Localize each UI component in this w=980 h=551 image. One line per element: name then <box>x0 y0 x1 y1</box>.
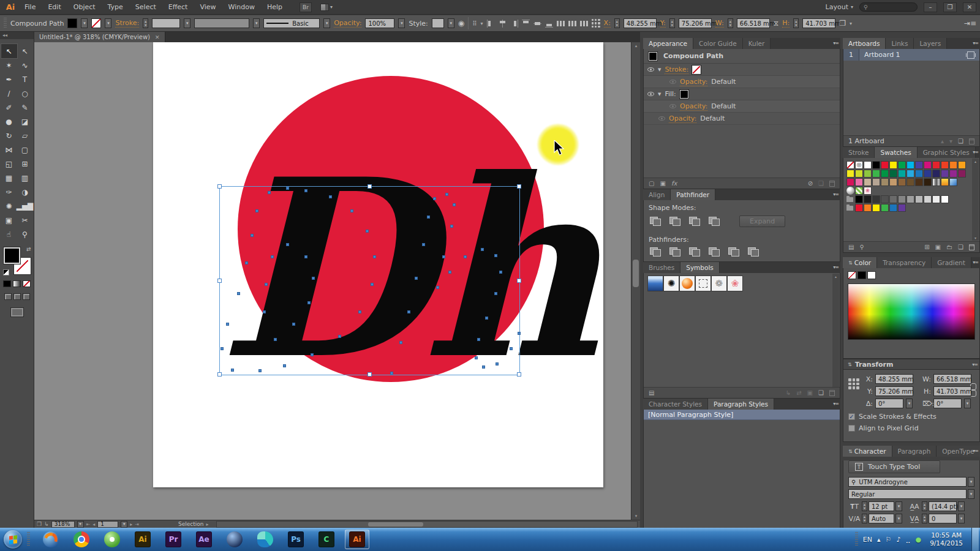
opacity-field[interactable]: 100% <box>365 18 394 28</box>
font-style-dropdown[interactable]: ▾ <box>968 489 974 499</box>
artboard-number-field[interactable]: 1 <box>97 521 118 528</box>
style-dropdown[interactable]: ▾ <box>448 18 454 28</box>
h-field[interactable]: 41.703 mm <box>802 18 835 28</box>
menu-effect[interactable]: Effect <box>162 3 194 11</box>
panel-menu-icon[interactable]: ▾≡ <box>833 192 839 197</box>
anchor-point[interactable] <box>304 189 307 192</box>
font-style-field[interactable]: Regular <box>848 489 967 499</box>
artboard-nav-icon[interactable]: ❐ <box>37 521 42 527</box>
panel-menu-icon[interactable]: ▾≡ <box>973 260 978 265</box>
free-transform-tool[interactable]: ▢ <box>17 143 33 157</box>
swatch[interactable] <box>915 187 923 195</box>
swatch[interactable] <box>932 195 940 203</box>
swatch[interactable] <box>958 187 966 195</box>
new-fill-icon[interactable]: ▣ <box>660 180 665 187</box>
swatch[interactable] <box>864 170 872 178</box>
anchor-point[interactable] <box>283 364 286 367</box>
swatch[interactable] <box>846 204 854 212</box>
kerning-dropdown[interactable]: ▾ <box>895 514 902 523</box>
scroll-up-icon[interactable]: ▴ <box>631 42 641 50</box>
distribute-horizontal-icon[interactable] <box>557 20 565 28</box>
swatch[interactable] <box>855 204 863 212</box>
leading-stepper[interactable]: ▴▾ <box>922 501 927 511</box>
artboards-tab-links[interactable]: Links <box>886 38 914 49</box>
color-spectrum[interactable] <box>848 283 975 340</box>
swatch[interactable] <box>898 204 906 212</box>
anchor-point[interactable] <box>271 255 274 258</box>
anchor-point[interactable] <box>311 353 314 356</box>
pen-tool[interactable]: ✒ <box>1 72 17 86</box>
stroke-color-swatch[interactable] <box>91 18 101 28</box>
anchor-point[interactable] <box>475 356 478 359</box>
taskbar-chrome[interactable] <box>69 530 94 549</box>
rotate-tool[interactable]: ↻ <box>1 129 17 143</box>
swatch[interactable] <box>864 204 872 212</box>
bbox-handle[interactable] <box>517 184 521 189</box>
symbol-orange-sphere[interactable] <box>679 276 695 291</box>
screen-mode-button[interactable] <box>10 307 24 317</box>
color-tab-gradient[interactable]: Gradient <box>932 257 971 268</box>
shape-builder-tool[interactable]: ◱ <box>1 157 17 171</box>
menu-type[interactable]: Type <box>102 3 129 11</box>
pathfinder-minus-back-icon[interactable] <box>748 247 759 257</box>
transform-value-field[interactable]: 75.206 mm <box>875 386 913 396</box>
swatch[interactable] <box>881 204 889 212</box>
anchor-point[interactable] <box>307 301 311 304</box>
rotate-dropdown[interactable]: ▾ <box>906 399 913 408</box>
tracking-dropdown[interactable]: ▾ <box>958 514 965 523</box>
paintbrush-tool[interactable]: ✐ <box>1 100 17 114</box>
none-mode-button[interactable] <box>23 280 31 287</box>
panel-menu-icon[interactable]: ▾≡ <box>833 401 839 407</box>
checkbox[interactable]: ✓ <box>848 413 855 420</box>
swatch[interactable] <box>932 178 940 186</box>
hidden-icons-button[interactable]: ▴ <box>877 536 881 544</box>
artboard-list-item[interactable]: 1 Artboard 1 <box>843 49 979 61</box>
swatch[interactable] <box>949 170 957 178</box>
move-down-icon[interactable]: ▾ <box>949 138 952 144</box>
anchor-point[interactable] <box>245 261 248 264</box>
swatch[interactable] <box>846 195 854 203</box>
show-swatch-kinds-icon[interactable]: ⊞ <box>924 244 929 250</box>
pathfinder-divide-icon[interactable] <box>650 247 661 257</box>
anchor-point[interactable] <box>510 347 513 350</box>
align-middle-icon[interactable] <box>533 20 541 28</box>
swatches-tab-stroke[interactable]: Stroke <box>843 147 875 158</box>
anchor-point[interactable] <box>221 347 224 350</box>
appearance-row[interactable]: ▼Stroke: <box>644 64 840 76</box>
direct-selection-tool[interactable]: ↖ <box>1 44 17 58</box>
shape-mode-minus-front-icon[interactable] <box>669 217 680 226</box>
y-link[interactable]: Y: <box>660 19 666 28</box>
document-setup-icon[interactable]: ⠿ <box>472 20 477 27</box>
brush-definition[interactable]: Basic <box>263 18 320 28</box>
visibility-eye-icon[interactable] <box>669 80 676 84</box>
swatch[interactable] <box>924 204 932 212</box>
symbol-flower[interactable]: ❀ <box>727 276 743 291</box>
anchor-point[interactable] <box>448 271 451 274</box>
menu-edit[interactable]: Edit <box>42 3 67 11</box>
panel-menu-icon[interactable]: ▾≡ <box>833 40 839 46</box>
artboard-icon[interactable] <box>967 51 974 59</box>
swatch[interactable] <box>855 170 863 178</box>
swatch[interactable] <box>907 161 914 169</box>
swatch[interactable] <box>864 178 872 186</box>
anchor-point[interactable] <box>371 283 374 286</box>
align-left-icon[interactable] <box>487 20 495 28</box>
menu-window[interactable]: Window <box>222 3 261 11</box>
new-color-group-icon[interactable]: 🗀 <box>946 244 952 250</box>
brush-definition-dropdown[interactable]: ▾ <box>323 18 330 28</box>
attribute-swatch[interactable] <box>680 90 688 99</box>
language-indicator[interactable]: EN <box>863 536 872 544</box>
anchor-point[interactable] <box>263 310 266 313</box>
vertical-scrollbar[interactable]: ▴ ▾ <box>631 42 640 520</box>
pathfinder-tab-pathfinder[interactable]: Pathfinder <box>671 189 715 200</box>
new-artboard-icon[interactable]: ❏ <box>958 138 963 144</box>
swatch[interactable] <box>898 187 906 195</box>
h-link[interactable]: H: <box>782 19 790 28</box>
transform-value-field[interactable]: 41.703 mm <box>933 386 971 396</box>
swatch[interactable] <box>846 161 854 169</box>
swatch[interactable] <box>872 204 880 212</box>
appearance-tab-color-guide[interactable]: Color Guide <box>693 38 743 49</box>
color-white-swatch[interactable] <box>867 271 876 279</box>
anchor-point[interactable] <box>445 193 448 196</box>
swatch[interactable] <box>907 187 914 195</box>
